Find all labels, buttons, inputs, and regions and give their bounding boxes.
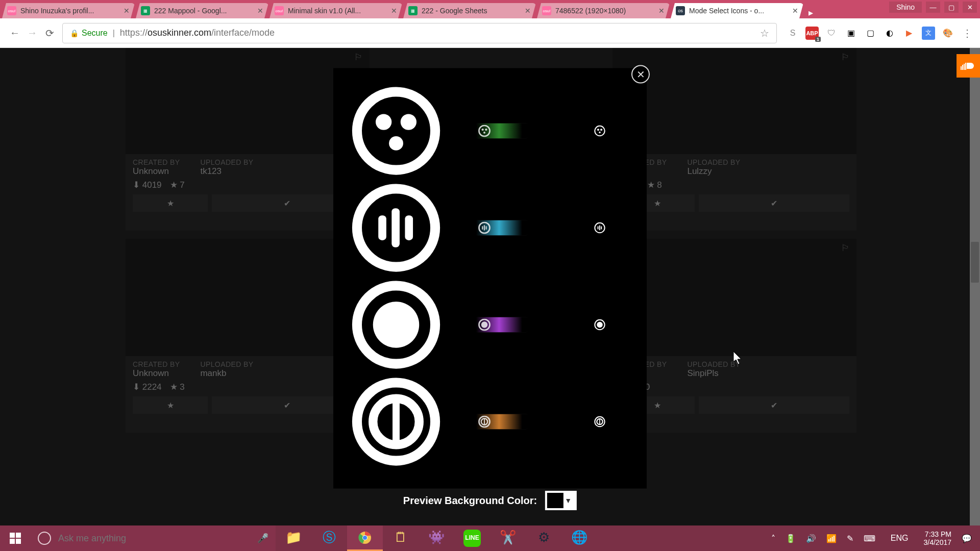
task-line-icon[interactable]: LINE [463, 530, 481, 547]
tab-close-icon[interactable]: ✕ [658, 7, 665, 15]
task-chrome-icon[interactable] [347, 525, 383, 551]
svg-rect-45 [10, 539, 15, 544]
task-browser2-icon[interactable]: 🌐 [561, 525, 597, 551]
mode-large-icon[interactable] [352, 184, 440, 272]
ext-play-icon[interactable]: ▶ [902, 27, 916, 40]
svg-rect-44 [16, 533, 21, 538]
browser-toolbar: ← → ⟳ 🔒 Secure | https://osuskinner.com/… [0, 18, 980, 48]
tab-favicon: os [676, 6, 685, 15]
tab-close-icon[interactable]: ✕ [525, 7, 531, 15]
ext-generic1-icon[interactable]: ▣ [844, 27, 857, 40]
mode-preview-thumb[interactable] [476, 123, 527, 139]
ext-siteinfo-icon[interactable]: S [786, 27, 799, 40]
forward-button[interactable]: → [23, 24, 41, 42]
svg-point-1 [376, 114, 391, 130]
clock[interactable]: 7:33 PM 3/4/2017 [924, 530, 952, 546]
task-discord-icon[interactable]: 👾 [419, 525, 454, 551]
new-tab-button[interactable]: ▸ [804, 7, 819, 18]
cortana-icon [38, 532, 51, 545]
mode-icons-modal: ✕ [333, 68, 647, 489]
tab-label: Shino Inuzuka's profil... [20, 7, 124, 15]
win-minimize-icon[interactable]: — [926, 2, 940, 13]
mode-small-icon[interactable] [594, 319, 606, 331]
svg-rect-13 [378, 215, 386, 240]
mic-icon[interactable]: 🎤 [257, 533, 268, 544]
mode-preview-thumb[interactable] [476, 220, 527, 236]
color-select[interactable]: ▼ [545, 491, 577, 510]
svg-point-8 [595, 126, 604, 136]
tab-strip: osu!Shino Inuzuka's profil...✕ ▦222 Mapp… [0, 0, 980, 18]
tab-4[interactable]: osu!7486522 (980×551)✕ [537, 3, 670, 18]
tab-close-icon[interactable]: ✕ [792, 7, 798, 15]
start-button[interactable] [0, 525, 31, 551]
clock-date: 3/4/2017 [924, 538, 952, 546]
task-snip-icon[interactable]: ✂️ [490, 525, 526, 551]
svg-point-5 [481, 129, 483, 131]
preview-label: Preview Background Color: [403, 495, 537, 507]
notifications-icon[interactable]: 💬 [962, 534, 972, 543]
tab-favicon: ▦ [141, 6, 150, 15]
mode-row [352, 281, 628, 369]
soundcloud-float-icon[interactable] [957, 54, 980, 78]
svg-point-25 [373, 302, 419, 347]
bookmark-star-icon[interactable]: ☆ [760, 27, 769, 39]
mode-row [352, 87, 628, 176]
language-indicator[interactable]: ENG [886, 534, 914, 543]
tab-3[interactable]: ▦222 - Google Sheets✕ [403, 3, 536, 18]
tab-close-icon[interactable]: ✕ [257, 7, 263, 15]
lock-icon: 🔒 [70, 29, 79, 37]
reload-button[interactable]: ⟳ [41, 24, 58, 42]
ext-shield-icon[interactable]: 🛡 [825, 27, 838, 40]
tab-label: 7486522 (980×551) [555, 7, 658, 15]
tab-5[interactable]: osMode Select Icons - o...✕ [671, 3, 803, 18]
svg-rect-35 [484, 418, 485, 424]
mode-large-icon[interactable] [352, 87, 440, 176]
back-button[interactable]: ← [6, 24, 23, 42]
mode-large-icon[interactable] [352, 378, 440, 466]
wifi-icon[interactable]: 📶 [826, 534, 837, 543]
taskbar: 🎤 📁 Ⓢ 🗒 👾 LINE ✂️ ⚙ 🌐 ˄ 🔋 🔊 📶 ✎ ⌨ ENG 7:… [0, 525, 980, 551]
volume-icon[interactable]: 🔊 [806, 534, 816, 543]
svg-rect-14 [391, 208, 400, 247]
pen-icon[interactable]: ✎ [847, 534, 853, 543]
svg-rect-40 [962, 65, 963, 70]
search-input[interactable] [58, 533, 257, 544]
tab-0[interactable]: osu!Shino Inuzuka's profil...✕ [2, 3, 135, 18]
tab-close-icon[interactable]: ✕ [391, 7, 397, 15]
ext-abp-icon[interactable]: ABP1 [805, 27, 819, 40]
svg-rect-15 [405, 215, 413, 240]
mode-large-icon[interactable] [352, 281, 440, 369]
mode-small-icon[interactable] [594, 222, 606, 234]
tray-expand-icon[interactable]: ˄ [771, 534, 775, 543]
ext-generic2-icon[interactable]: ▢ [864, 27, 877, 40]
battery-icon[interactable]: 🔋 [786, 534, 796, 543]
tab-1[interactable]: ▦222 Mappool - Googl...✕ [136, 3, 268, 18]
mode-preview-thumb[interactable] [476, 317, 527, 333]
mode-preview-thumb[interactable] [476, 414, 527, 430]
win-user[interactable]: Shino [889, 2, 922, 13]
svg-point-29 [597, 322, 602, 328]
svg-rect-22 [599, 226, 600, 231]
svg-point-3 [389, 136, 403, 151]
task-notes-icon[interactable]: 🗒 [383, 525, 419, 551]
task-steam-icon[interactable]: ⚙ [526, 525, 561, 551]
tab-2[interactable]: osu!Minimal skin v1.0 (All...✕ [270, 3, 402, 18]
win-close-icon[interactable]: ✕ [963, 2, 977, 13]
ext-translate-icon[interactable]: 文 [922, 27, 935, 40]
keyboard-icon[interactable]: ⌨ [864, 534, 875, 543]
mode-small-icon[interactable] [594, 125, 606, 137]
tab-label: 222 Mappool - Googl... [154, 7, 257, 15]
win-maximize-icon[interactable]: ▢ [944, 2, 959, 13]
chrome-menu-icon[interactable]: ⋮ [961, 27, 974, 40]
task-explorer-icon[interactable]: 📁 [276, 525, 311, 551]
mode-small-icon[interactable] [594, 416, 606, 428]
ext-generic3-icon[interactable]: ◐ [883, 27, 896, 40]
task-skype-icon[interactable]: Ⓢ [311, 525, 347, 551]
tab-close-icon[interactable]: ✕ [124, 7, 130, 15]
ext-colors-icon[interactable]: 🎨 [941, 27, 954, 40]
cortana-search[interactable]: 🎤 [31, 525, 276, 551]
modal-close-button[interactable]: ✕ [631, 65, 650, 84]
tab-label: 222 - Google Sheets [422, 7, 525, 15]
svg-point-27 [481, 321, 487, 328]
address-bar[interactable]: 🔒 Secure | https://osuskinner.com/interf… [62, 23, 777, 43]
